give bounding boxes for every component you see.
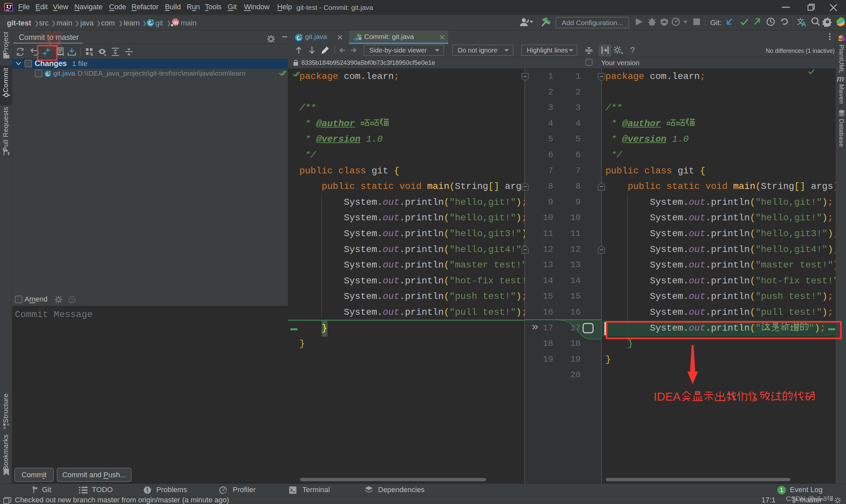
svg-text:M: M bbox=[839, 37, 842, 41]
svg-text:A: A bbox=[801, 20, 806, 27]
